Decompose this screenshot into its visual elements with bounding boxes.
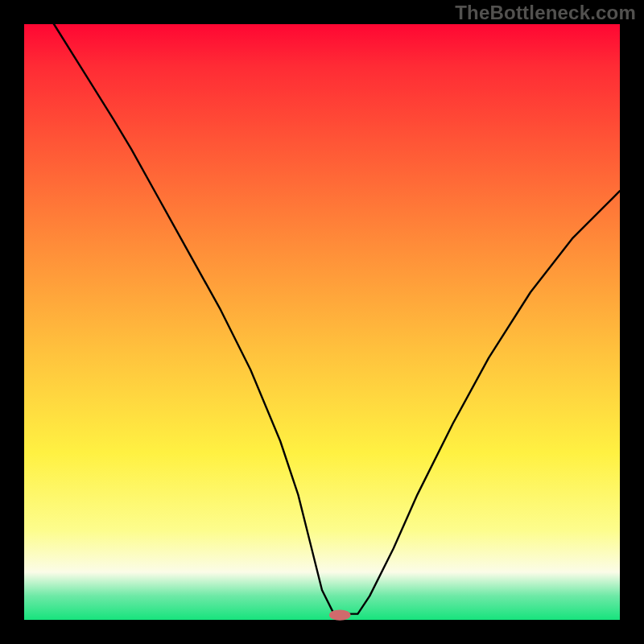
plot-area — [24, 24, 620, 620]
bottleneck-curve — [24, 0, 620, 614]
plot-svg — [24, 24, 620, 620]
watermark-text: TheBottleneck.com — [455, 2, 636, 24]
chart-frame: TheBottleneck.com — [0, 0, 644, 644]
min-marker — [329, 609, 351, 620]
